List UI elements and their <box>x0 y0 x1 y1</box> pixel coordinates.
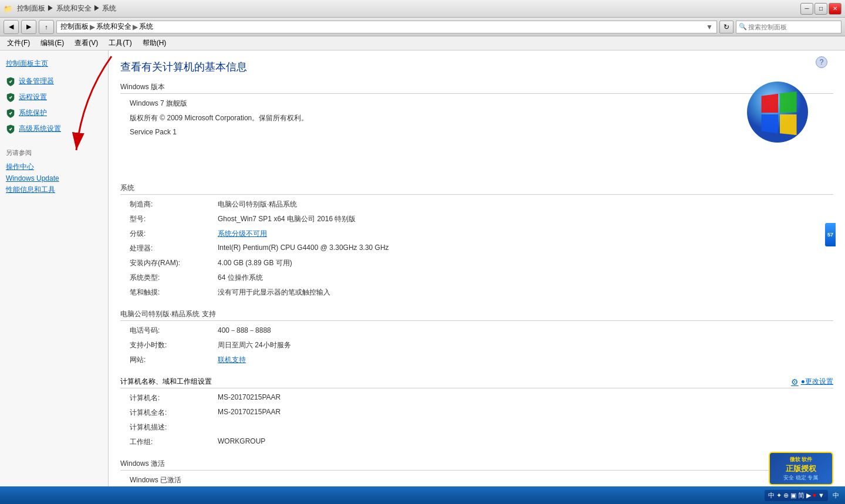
sidebar-also-title: 另请参阅 <box>6 148 102 157</box>
rating-row: 分级: 系统分级不可用 <box>120 226 833 241</box>
menu-tools[interactable]: 工具(T) <box>104 37 136 49</box>
search-box: 🔍 <box>736 21 841 33</box>
model-label: 型号: <box>130 214 218 224</box>
taskbar-icon-dot: ✦ <box>776 492 782 499</box>
sidebar-home[interactable]: 控制面板主页 <box>0 56 108 73</box>
system-type-row: 系统类型: 64 位操作系统 <box>120 270 833 285</box>
sidebar-link-action-center[interactable]: 操作中心 <box>6 161 102 173</box>
folder-icon: 📁 <box>4 5 12 13</box>
sidebar-item-advanced[interactable]: 高级系统设置 <box>0 121 108 137</box>
main-layout: 控制面板主页 设备管理器 远程设置 系统保护 <box>0 50 845 486</box>
support-hours-label: 支持小时数: <box>130 340 218 350</box>
minimize-button[interactable]: ─ <box>800 3 813 15</box>
breadcrumb-controlpanel[interactable]: 控制面板 <box>60 22 89 32</box>
taskbar-icon-jian: 简 <box>798 491 805 500</box>
change-settings-label: ●更改设置 <box>801 377 833 387</box>
sep-1: ▶ <box>90 23 95 31</box>
up-button[interactable]: ↑ <box>39 20 54 34</box>
sidebar-label-protection: 系统保护 <box>19 108 47 118</box>
website-label: 网站: <box>130 355 218 365</box>
activation-status-row: Windows 已激活 <box>120 473 833 486</box>
sidebar-item-protection[interactable]: 系统保护 <box>0 105 108 121</box>
processor-row: 处理器: Intel(R) Pentium(R) CPU G4400 @ 3.3… <box>120 241 833 256</box>
service-pack-row: Service Pack 1 <box>120 126 833 138</box>
ram-value: 4.00 GB (3.89 GB 可用) <box>218 258 292 268</box>
title-path: 控制面板 ▶ 系统和安全 ▶ 系统 <box>17 4 116 13</box>
taskbar-icon-arrow: ▼ <box>818 492 824 499</box>
search-input[interactable] <box>748 23 839 31</box>
taskbar: 中 ✦ ⊕ ▣ 简 ▶ ♥ ▼ 中 <box>0 486 845 504</box>
taskbar-icon-heart: ♥ <box>813 492 817 499</box>
help-button[interactable]: ? <box>816 56 827 68</box>
processor-label: 处理器: <box>130 243 218 253</box>
rating-label: 分级: <box>130 229 218 239</box>
computer-name-label: 计算机名: <box>130 393 218 403</box>
shield-icon-1 <box>6 77 15 86</box>
forward-button[interactable]: ▶ <box>21 20 36 34</box>
computer-name-value: MS-20170215PAAR <box>218 393 280 403</box>
activation-section: Windows 激活 <box>120 459 833 471</box>
spacer <box>120 138 833 174</box>
dropdown-arrow[interactable]: ▼ <box>706 23 713 31</box>
breadcrumb-system[interactable]: 系统 <box>139 22 153 32</box>
ram-row: 安装内存(RAM): 4.00 GB (3.89 GB 可用) <box>120 256 833 270</box>
taskbar-icon-network: ⊕ <box>783 492 789 499</box>
windows-version-section: Windows 版本 <box>120 82 833 94</box>
watermark-title: 微软 软件 <box>775 455 827 464</box>
win-name: Windows 7 旗舰版 <box>130 99 187 109</box>
address-breadcrumb[interactable]: 控制面板 ▶ 系统和安全 ▶ 系统 ▼ <box>56 21 717 33</box>
system-section: 系统 <box>120 183 833 195</box>
support-section: 电脑公司特别版·精品系统 支持 <box>120 309 833 321</box>
menu-edit[interactable]: 编辑(E) <box>36 37 69 49</box>
sidebar-item-remote[interactable]: 远程设置 <box>0 89 108 105</box>
computer-name-row: 计算机名: MS-20170215PAAR <box>120 391 833 405</box>
watermark: 微软 软件 正版授权 安全 稳定 专属 <box>769 452 833 485</box>
computer-full-label: 计算机全名: <box>130 408 218 418</box>
manufacturer-label: 制造商: <box>130 199 218 209</box>
sidebar-label-device-manager: 设备管理器 <box>19 76 54 86</box>
activation-status: Windows 已激活 <box>130 475 181 485</box>
pen-touch-row: 笔和触摸: 没有可用于此显示器的笔或触控输入 <box>120 285 833 300</box>
phone-label: 电话号码: <box>130 326 218 336</box>
change-settings-button[interactable]: ⚙ ●更改设置 <box>791 377 833 387</box>
sidebar-label-remote: 远程设置 <box>19 92 47 102</box>
taskbar-icon-zh: 中 <box>768 491 775 500</box>
sidebar-label-advanced: 高级系统设置 <box>19 124 61 134</box>
website-value[interactable]: 联机支持 <box>218 355 246 365</box>
menu-view[interactable]: 查看(V) <box>70 37 103 49</box>
sidebar: 控制面板主页 设备管理器 远程设置 系统保护 <box>0 50 109 486</box>
system-type-label: 系统类型: <box>130 273 218 283</box>
shield-icon-3 <box>6 109 15 118</box>
maximize-button[interactable]: □ <box>814 3 827 15</box>
win-name-row: Windows 7 旗舰版 <box>120 96 833 111</box>
pen-touch-value: 没有可用于此显示器的笔或触控输入 <box>218 287 330 297</box>
processor-value: Intel(R) Pentium(R) CPU G4400 @ 3.30GHz … <box>218 243 389 253</box>
taskbar-time: 中 <box>830 491 841 500</box>
menu-file[interactable]: 文件(F) <box>2 37 35 49</box>
back-button[interactable]: ◀ <box>4 20 19 34</box>
system-type-value: 64 位操作系统 <box>218 273 263 283</box>
watermark-authorized: 正版授权 <box>775 464 827 474</box>
menu-help[interactable]: 帮助(H) <box>138 37 171 49</box>
sidebar-link-performance[interactable]: 性能信息和工具 <box>6 184 102 196</box>
support-hours-row: 支持小时数: 周日至周六 24小时服务 <box>120 338 833 353</box>
close-button[interactable]: ✕ <box>829 3 841 15</box>
rating-value[interactable]: 系统分级不可用 <box>218 229 267 239</box>
windows-logo <box>745 80 810 146</box>
shield-icon-4 <box>6 124 15 134</box>
content-area: ? 查看有关计算机的基本信息 <box>109 50 845 486</box>
address-bar: ◀ ▶ ↑ 控制面板 ▶ 系统和安全 ▶ 系统 ▼ ↻ 🔍 <box>0 18 845 36</box>
service-pack: Service Pack 1 <box>130 128 177 136</box>
copyright: 版权所有 © 2009 Microsoft Corporation。保留所有权利… <box>130 113 308 123</box>
phone-row: 电话号码: 400－888－8888 <box>120 323 833 338</box>
watermark-sub: 安全 稳定 专属 <box>775 474 827 482</box>
refresh-button[interactable]: ↻ <box>719 21 734 33</box>
gear-icon: ⚙ <box>791 377 799 387</box>
sidebar-link-windows-update[interactable]: Windows Update <box>6 173 102 184</box>
sidebar-item-device-manager[interactable]: 设备管理器 <box>0 73 108 89</box>
computer-full-row: 计算机全名: MS-20170215PAAR <box>120 405 833 420</box>
breadcrumb-security[interactable]: 系统和安全 <box>96 22 131 32</box>
manufacturer-row: 制造商: 电脑公司特别版·精品系统 <box>120 197 833 212</box>
workgroup-value: WORKGROUP <box>218 437 265 447</box>
computer-desc-row: 计算机描述: <box>120 420 833 435</box>
